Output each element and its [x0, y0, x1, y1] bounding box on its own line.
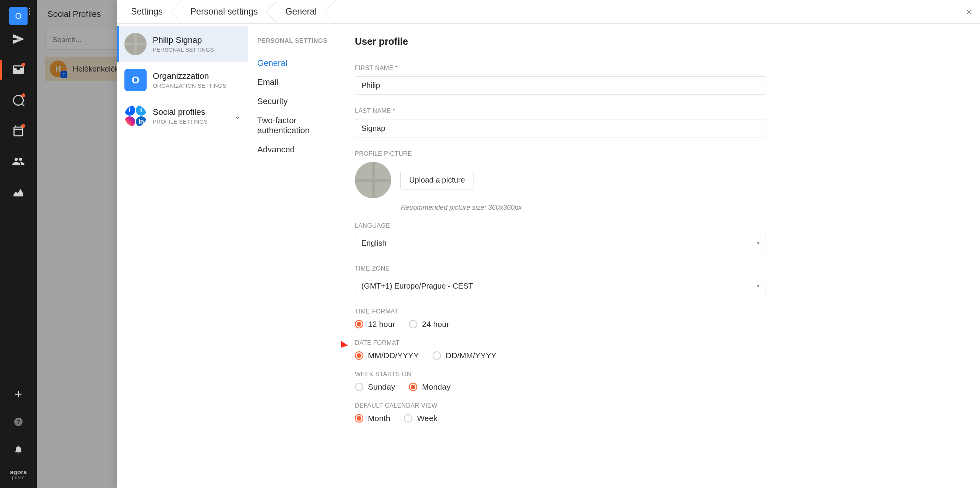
settings-sections-column: PERSONAL SETTINGS General Email Security… — [248, 24, 341, 488]
upload-picture-button[interactable]: Upload a picture — [400, 171, 474, 189]
workspace-switcher[interactable]: O — [9, 7, 28, 25]
date-format-label: DATE FORMAT — [355, 339, 963, 346]
timezone-label: TIME ZONE — [355, 265, 963, 272]
brand-logo: agora pulse — [10, 469, 27, 480]
section-email[interactable]: Email — [257, 73, 332, 92]
account-social-profiles[interactable]: f t in Social profiles PROFILE SETTINGS … — [117, 98, 248, 134]
close-icon[interactable]: × — [966, 7, 972, 18]
section-advanced[interactable]: Advanced — [257, 140, 332, 159]
calendar-icon[interactable] — [11, 123, 26, 139]
radio-icon — [433, 351, 441, 360]
breadcrumb: Settings Personal settings General × — [117, 0, 980, 24]
time-format-12h[interactable]: 12 hour — [355, 320, 395, 329]
add-icon[interactable] — [11, 387, 26, 402]
account-title: Organizzzation — [153, 71, 226, 81]
last-name-input[interactable] — [355, 119, 766, 137]
first-name-label: FIRST NAME * — [355, 65, 963, 72]
notifications-icon[interactable] — [11, 442, 26, 457]
app-rail: O ⋮ ? — [0, 0, 37, 488]
last-name-label: LAST NAME * — [355, 108, 963, 114]
instagram-icon — [124, 116, 135, 127]
notification-dot — [21, 93, 25, 97]
radio-icon — [404, 414, 412, 423]
language-label: LANGUAGE — [355, 222, 963, 229]
avatar: O — [124, 69, 147, 91]
week-start-sunday[interactable]: Sunday — [355, 382, 395, 392]
avatar: f t in — [124, 105, 147, 127]
notification-dot — [21, 63, 25, 67]
profile-picture-hint: Recommended picture size: 360x360px — [401, 204, 963, 212]
facebook-icon: f — [124, 105, 135, 116]
calendar-view-month[interactable]: Month — [355, 414, 390, 423]
publish-icon[interactable] — [11, 31, 26, 47]
section-security[interactable]: Security — [257, 92, 332, 111]
week-start-label: WEEK STARTS ON — [355, 371, 963, 378]
account-subtitle: ORGANIZATION SETTINGS — [153, 83, 226, 89]
radio-icon — [355, 351, 363, 360]
workspace-menu-icon[interactable]: ⋮ — [25, 7, 34, 15]
language-select[interactable]: English ▾ — [355, 234, 766, 252]
account-subtitle: PROFILE SETTINGS — [153, 119, 207, 125]
date-format-mmddyyyy[interactable]: MM/DD/YYYY — [355, 351, 419, 360]
crumb-personal[interactable]: Personal settings — [176, 0, 271, 24]
svg-text:?: ? — [16, 418, 20, 425]
radio-icon — [409, 383, 417, 391]
chevron-down-icon: ▾ — [757, 240, 760, 246]
linkedin-icon: in — [136, 116, 147, 127]
timezone-value: (GMT+1) Europe/Prague - CEST — [361, 282, 473, 291]
week-start-monday[interactable]: Monday — [409, 382, 451, 392]
language-value: English — [361, 239, 387, 248]
settings-modal: Settings Personal settings General × Phi… — [117, 0, 980, 488]
reports-icon[interactable] — [11, 184, 26, 200]
account-title: Social profiles — [153, 107, 207, 117]
account-organization[interactable]: O Organizzzation ORGANIZATION SETTINGS — [117, 62, 248, 98]
users-icon[interactable] — [11, 154, 26, 169]
time-format-label: TIME FORMAT — [355, 308, 963, 315]
notification-dot — [21, 124, 25, 128]
crumb-general[interactable]: General — [272, 0, 331, 24]
inbox-icon[interactable] — [11, 62, 26, 77]
sections-header: PERSONAL SETTINGS — [257, 38, 332, 44]
first-name-input[interactable] — [355, 76, 766, 95]
calendar-view-group: Month Week — [355, 414, 963, 423]
form-title: User profile — [355, 36, 963, 47]
timezone-select[interactable]: (GMT+1) Europe/Prague - CEST ▾ — [355, 277, 766, 295]
crumb-settings[interactable]: Settings — [117, 0, 176, 24]
calendar-view-week[interactable]: Week — [404, 414, 437, 423]
date-format-group: MM/DD/YYYY DD/MM/YYYY — [355, 351, 963, 360]
settings-accounts-column: Philip Signap PERSONAL SETTINGS O Organi… — [117, 24, 248, 488]
settings-form: User profile FIRST NAME * LAST NAME * PR… — [341, 24, 980, 488]
section-two-factor[interactable]: Two-factor authentication — [257, 111, 332, 140]
profile-picture-label: PROFILE PICTURE — [355, 150, 963, 157]
date-format-ddmmyyyy[interactable]: DD/MM/YYYY — [433, 351, 497, 360]
radio-icon — [355, 383, 363, 391]
radio-icon — [409, 320, 417, 328]
twitter-icon: t — [136, 105, 147, 116]
calendar-view-label: DEFAULT CALENDAR VIEW — [355, 402, 963, 409]
account-personal[interactable]: Philip Signap PERSONAL SETTINGS — [117, 26, 248, 62]
section-general[interactable]: General — [257, 54, 332, 73]
week-start-group: Sunday Monday — [355, 382, 963, 392]
account-title: Philip Signap — [153, 35, 214, 45]
profile-picture-avatar — [355, 162, 391, 198]
help-icon[interactable]: ? — [11, 414, 26, 429]
time-format-24h[interactable]: 24 hour — [409, 320, 449, 329]
radio-icon — [355, 414, 363, 423]
chevron-down-icon: ▾ — [757, 283, 760, 289]
radio-icon — [355, 320, 363, 328]
chevron-down-icon[interactable]: ⌄ — [234, 111, 241, 121]
time-format-group: 12 hour 24 hour — [355, 320, 963, 329]
account-subtitle: PERSONAL SETTINGS — [153, 47, 214, 53]
avatar — [124, 33, 147, 55]
listening-icon[interactable] — [11, 93, 26, 108]
